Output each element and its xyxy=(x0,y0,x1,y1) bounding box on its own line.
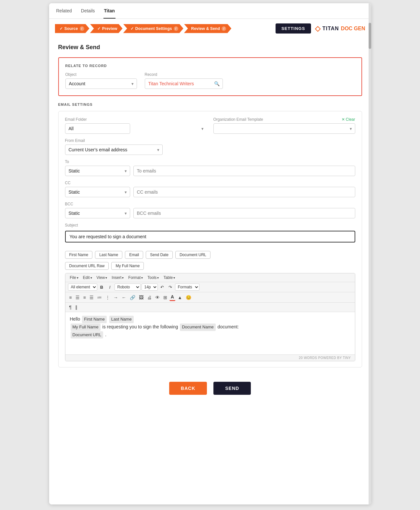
tag-btn-email[interactable]: Email xyxy=(125,251,143,259)
from-email-select-wrapper: Current User's email address xyxy=(65,145,163,155)
record-input[interactable] xyxy=(145,78,223,89)
step-document-settings[interactable]: ✓ Document Settings i xyxy=(123,24,183,33)
email-settings-box: Email Folder All Organization Email Temp… xyxy=(58,111,362,367)
font-select[interactable]: Roboto xyxy=(115,283,141,291)
menu-file[interactable]: File ▾ xyxy=(68,275,80,281)
tag-btn-docurlraw[interactable]: Document URL Raw xyxy=(65,262,109,270)
element-select[interactable]: All element xyxy=(68,283,97,291)
subject-row: Subject xyxy=(65,223,355,246)
tab-related[interactable]: Related xyxy=(56,4,73,19)
special-char-icon[interactable]: ∥ xyxy=(74,304,79,310)
cc-row: CC Static xyxy=(65,181,355,197)
cc-email-input[interactable] xyxy=(133,187,355,197)
step-reviewsend-label: Review & Send xyxy=(191,26,220,31)
menu-table[interactable]: Table ▾ xyxy=(161,275,177,281)
bcc-type-select[interactable]: Static xyxy=(65,208,130,218)
step-preview-label: Preview xyxy=(102,26,117,31)
tag-btn-lastname[interactable]: Last Name xyxy=(95,251,122,259)
menu-view[interactable]: View ▾ xyxy=(95,275,109,281)
size-select[interactable]: 14px xyxy=(142,283,158,291)
bcc-label: BCC xyxy=(65,202,355,206)
tag-btn-senddate[interactable]: Send Date xyxy=(146,251,173,259)
menu-tools[interactable]: Tools ▾ xyxy=(145,275,161,281)
cc-type-select[interactable]: Static xyxy=(65,187,130,197)
emoji-icon[interactable]: 😊 xyxy=(184,294,193,301)
menu-insert[interactable]: Insert ▾ xyxy=(110,275,126,281)
back-button[interactable]: BACK xyxy=(169,382,207,395)
info-icon-docsettings: i xyxy=(174,26,178,31)
search-icon: 🔍 xyxy=(214,81,220,86)
preview-icon[interactable]: 👁 xyxy=(154,294,161,301)
align-left-icon[interactable]: ≡ xyxy=(68,294,73,301)
to-email-input[interactable] xyxy=(133,166,355,176)
cc-type-wrapper: Static xyxy=(65,187,130,197)
paragraph-icon[interactable]: ¶ xyxy=(68,304,73,310)
print-icon[interactable]: 🖨 xyxy=(146,294,153,301)
align-right-icon[interactable]: ≡ xyxy=(82,294,87,301)
step-review-send[interactable]: Review & Send i xyxy=(184,24,232,33)
email-folder-select[interactable]: All xyxy=(65,123,130,134)
menu-format[interactable]: Format ▾ xyxy=(126,275,145,281)
brand-icon: ◇ xyxy=(315,24,320,33)
info-icon-reviewsend: i xyxy=(222,26,226,31)
to-type-select[interactable]: Static xyxy=(65,166,130,176)
subject-input[interactable] xyxy=(65,231,355,242)
italic-button[interactable]: I xyxy=(106,283,114,291)
bcc-email-input[interactable] xyxy=(133,208,355,218)
redo-button[interactable]: ↷ xyxy=(167,283,174,291)
clear-button[interactable]: ✕ Clear xyxy=(342,117,355,122)
menu-edit[interactable]: Edit ▾ xyxy=(81,275,94,281)
bold-button[interactable]: B xyxy=(98,283,105,291)
table-insert-icon[interactable]: ⊞ xyxy=(162,294,169,301)
org-template-label-row: Organization Email Template ✕ Clear xyxy=(213,117,355,122)
tag-btn-fullname[interactable]: My Full Name xyxy=(111,262,144,270)
to-type-wrapper: Static xyxy=(65,166,130,176)
check-icon: ✓ xyxy=(60,26,63,31)
indent-icon[interactable]: → xyxy=(112,294,119,301)
object-select-wrapper: Account xyxy=(65,78,137,89)
font-color-icon[interactable]: A xyxy=(169,294,175,301)
from-email-select[interactable]: Current User's email address xyxy=(65,145,163,155)
highlight-icon[interactable]: ▲ xyxy=(176,294,183,301)
bcc-inline-fields: Static xyxy=(65,208,355,218)
outdent-icon[interactable]: ← xyxy=(120,294,128,301)
object-select[interactable]: Account xyxy=(65,78,137,89)
undo-button[interactable]: ↶ xyxy=(159,283,166,291)
object-label: Object xyxy=(65,72,137,77)
image-icon[interactable]: 🖼 xyxy=(138,294,145,301)
tab-details[interactable]: Details xyxy=(80,4,96,19)
progress-bar: ✓ Source i ✓ Preview ✓ Document Settings… xyxy=(49,19,371,38)
step-docsettings-label: Document Settings xyxy=(135,26,172,31)
align-center-icon[interactable]: ☰ xyxy=(74,294,81,301)
to-row: To Static xyxy=(65,159,355,176)
org-template-select[interactable] xyxy=(213,123,355,134)
from-email-row: From Email Current User's email address xyxy=(65,138,355,155)
formats-select[interactable]: Formats xyxy=(175,283,199,291)
editor-toolbar-row3: ¶ ∥ xyxy=(65,303,355,312)
step-preview[interactable]: ✓ Preview xyxy=(90,24,123,33)
email-section-label: EMAIL SETTINGS xyxy=(58,103,362,106)
bullet-list-icon[interactable]: ≔ xyxy=(96,294,103,301)
editor-toolbar-row2: ≡ ☰ ≡ ☰ ≔ ⋮ → ← 🔗 🖼 🖨 👁 ⊞ A ▲ 😊 xyxy=(65,292,355,303)
info-icon-source: i xyxy=(80,26,84,31)
main-content: Review & Send RELATE TO RECORD Object Ac… xyxy=(49,38,371,408)
scrollbar-thumb[interactable] xyxy=(369,23,371,49)
send-button[interactable]: SEND xyxy=(213,382,251,395)
org-template-label: Organization Email Template xyxy=(213,117,263,122)
tab-titan[interactable]: Titan xyxy=(103,4,115,19)
settings-button[interactable]: SETTINGS xyxy=(276,23,311,34)
object-field-group: Object Account xyxy=(65,72,137,89)
num-list-icon[interactable]: ⋮ xyxy=(104,294,111,301)
justify-icon[interactable]: ☰ xyxy=(88,294,95,301)
editor-body[interactable]: Hello First Name Last Name My Full Name … xyxy=(65,312,355,354)
link-icon[interactable]: 🔗 xyxy=(129,294,137,301)
step-source[interactable]: ✓ Source i xyxy=(55,24,89,33)
tag-btn-firstname[interactable]: First Name xyxy=(65,251,93,259)
email-folder-row: Email Folder All Organization Email Temp… xyxy=(65,117,355,134)
main-window: Related Details Titan ✓ Source i ✓ Previ… xyxy=(49,3,371,504)
bcc-type-wrapper: Static xyxy=(65,208,130,218)
clear-label: Clear xyxy=(346,117,355,122)
cc-inline-fields: Static xyxy=(65,187,355,197)
tag-btn-docurl[interactable]: Document URL xyxy=(175,251,210,259)
tag-buttons-row-2: Document URL Raw My Full Name xyxy=(65,262,355,270)
